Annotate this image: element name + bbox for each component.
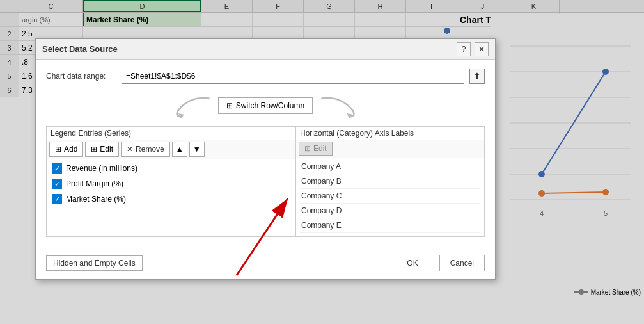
- switch-row-column-button[interactable]: ⊞ Switch Row/Column: [218, 97, 313, 114]
- chart-data-range-input[interactable]: [122, 69, 464, 84]
- axis-edit-button: ⊞ Edit: [299, 142, 333, 156]
- select-data-source-dialog: Select Data Source ? ✕ Chart data range:…: [35, 38, 496, 280]
- legend-list: ✓ Revenue (in millions) ✓ Profit Margin …: [47, 159, 295, 236]
- legend-item-label-2: Market Share (%): [66, 195, 126, 204]
- legend-edit-button[interactable]: ⊞ Edit: [85, 142, 119, 157]
- axis-item-1: Company B: [300, 174, 480, 189]
- switch-row-column-area: ⊞ Switch Row/Column: [46, 93, 485, 118]
- legend-item-label-0: Revenue (in millions): [66, 164, 137, 173]
- data-range-row: Chart data range: ⬆: [46, 69, 485, 84]
- two-panel: Legend Entries (Series) ⊞ Add ⊞ Edit ✕ R…: [46, 126, 485, 237]
- dialog-body: Chart data range: ⬆ ⊞ Switch Row/Column: [36, 60, 495, 250]
- ok-button[interactable]: OK: [391, 255, 434, 271]
- axis-item-0: Company A: [300, 159, 480, 174]
- legend-panel: Legend Entries (Series) ⊞ Add ⊞ Edit ✕ R…: [46, 126, 295, 237]
- footer-buttons: OK Cancel: [391, 255, 485, 271]
- legend-checkbox-2[interactable]: ✓: [52, 194, 62, 204]
- add-table-icon: ⊞: [55, 145, 61, 154]
- axis-item-2: Company C: [300, 189, 480, 204]
- remove-x-icon: ✕: [127, 145, 133, 154]
- edit-table-icon: ⊞: [91, 145, 97, 154]
- axis-edit-table-icon: ⊞: [304, 144, 311, 153]
- cancel-button[interactable]: Cancel: [439, 255, 485, 271]
- switch-icon: ⊞: [226, 101, 233, 110]
- axis-panel: Horizontal (Category) Axis Labels ⊞ Edit…: [295, 126, 485, 237]
- dialog-title: Select Data Source: [42, 44, 118, 54]
- legend-add-button[interactable]: ⊞ Add: [49, 142, 83, 157]
- legend-move-down-button[interactable]: ▼: [189, 142, 205, 157]
- data-range-label: Chart data range:: [46, 72, 116, 81]
- legend-item-label-1: Profit Margin (%): [66, 179, 123, 188]
- dialog-close-button[interactable]: ✕: [475, 42, 489, 56]
- left-curved-arrow: [167, 93, 218, 118]
- axis-panel-header: Horizontal (Category) Axis Labels: [296, 127, 484, 140]
- collapse-range-button[interactable]: ⬆: [469, 69, 485, 84]
- axis-item-3: Company D: [300, 204, 480, 218]
- dialog-footer: Hidden and Empty Cells OK Cancel: [36, 250, 495, 279]
- legend-panel-header: Legend Entries (Series): [47, 127, 295, 140]
- legend-item-1[interactable]: ✓ Profit Margin (%): [48, 176, 294, 191]
- legend-remove-button[interactable]: ✕ Remove: [121, 142, 170, 157]
- legend-move-up-button[interactable]: ▲: [172, 142, 187, 157]
- dialog-titlebar: Select Data Source ? ✕: [36, 39, 495, 60]
- dialog-help-button[interactable]: ?: [457, 42, 471, 56]
- hidden-empty-cells-button[interactable]: Hidden and Empty Cells: [46, 255, 143, 271]
- axis-toolbar: ⊞ Edit: [296, 140, 484, 158]
- legend-checkbox-0[interactable]: ✓: [52, 163, 62, 174]
- right-curved-arrow: [313, 93, 364, 118]
- legend-checkbox-1[interactable]: ✓: [52, 179, 62, 189]
- axis-list: Company A Company B Company C Company D …: [296, 158, 484, 235]
- legend-toolbar: ⊞ Add ⊞ Edit ✕ Remove ▲ ▼: [47, 140, 295, 159]
- legend-item-0[interactable]: ✓ Revenue (in millions): [48, 161, 294, 176]
- legend-item-2[interactable]: ✓ Market Share (%): [48, 191, 294, 207]
- dialog-controls: ? ✕: [457, 42, 489, 56]
- axis-item-4: Company E: [300, 218, 480, 233]
- collapse-icon: ⬆: [473, 71, 481, 81]
